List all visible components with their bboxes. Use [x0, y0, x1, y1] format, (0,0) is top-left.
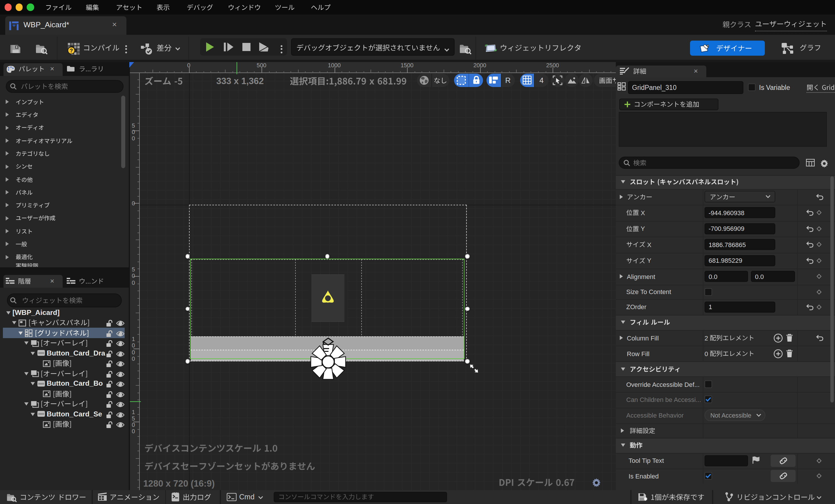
- svg-text:?: ?: [70, 48, 73, 54]
